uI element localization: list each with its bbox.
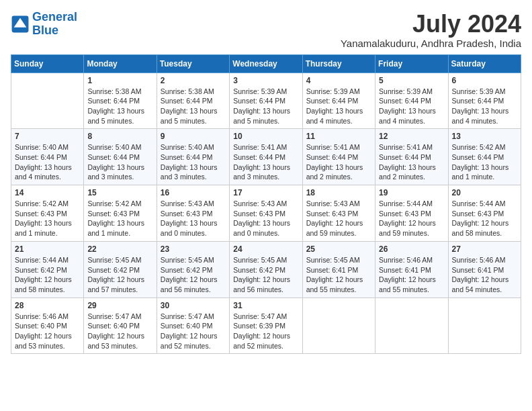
day-number: 24: [233, 244, 298, 254]
calendar-cell: 1Sunrise: 5:38 AM Sunset: 6:44 PM Daylig…: [84, 73, 157, 129]
day-info: Sunrise: 5:44 AM Sunset: 6:43 PM Dayligh…: [379, 199, 444, 238]
day-info: Sunrise: 5:47 AM Sunset: 6:40 PM Dayligh…: [161, 312, 226, 351]
day-number: 27: [452, 244, 517, 254]
day-number: 11: [306, 132, 371, 141]
month-title: July 2024: [341, 11, 521, 38]
calendar-cell: [11, 73, 84, 129]
logo-icon: [11, 15, 30, 34]
column-header-tuesday: Tuesday: [157, 54, 229, 73]
day-info: Sunrise: 5:38 AM Sunset: 6:44 PM Dayligh…: [87, 87, 152, 126]
day-number: 8: [87, 132, 152, 141]
column-header-friday: Friday: [375, 54, 448, 73]
day-number: 9: [161, 132, 226, 141]
day-info: Sunrise: 5:38 AM Sunset: 6:44 PM Dayligh…: [161, 87, 226, 126]
calendar-cell: 14Sunrise: 5:42 AM Sunset: 6:43 PM Dayli…: [11, 185, 84, 242]
calendar-cell: 2Sunrise: 5:38 AM Sunset: 6:44 PM Daylig…: [157, 73, 229, 129]
day-number: 20: [452, 188, 517, 197]
calendar-cell: 15Sunrise: 5:42 AM Sunset: 6:43 PM Dayli…: [84, 185, 157, 242]
day-info: Sunrise: 5:45 AM Sunset: 6:41 PM Dayligh…: [306, 255, 371, 295]
calendar-cell: 31Sunrise: 5:47 AM Sunset: 6:39 PM Dayli…: [230, 298, 302, 354]
day-info: Sunrise: 5:40 AM Sunset: 6:44 PM Dayligh…: [161, 142, 226, 182]
day-info: Sunrise: 5:46 AM Sunset: 6:41 PM Dayligh…: [452, 255, 517, 295]
day-info: Sunrise: 5:40 AM Sunset: 6:44 PM Dayligh…: [15, 142, 80, 182]
calendar-week-row: 21Sunrise: 5:44 AM Sunset: 6:42 PM Dayli…: [11, 241, 521, 298]
calendar-cell: 3Sunrise: 5:39 AM Sunset: 6:44 PM Daylig…: [230, 73, 302, 129]
day-info: Sunrise: 5:43 AM Sunset: 6:43 PM Dayligh…: [161, 199, 226, 238]
day-number: 5: [379, 76, 444, 85]
day-number: 18: [306, 188, 371, 197]
location-title: Yanamalakuduru, Andhra Pradesh, India: [341, 38, 521, 49]
calendar-cell: 10Sunrise: 5:41 AM Sunset: 6:44 PM Dayli…: [230, 129, 302, 185]
day-info: Sunrise: 5:41 AM Sunset: 6:44 PM Dayligh…: [306, 142, 371, 182]
column-header-wednesday: Wednesday: [230, 54, 302, 73]
day-number: 22: [87, 244, 152, 254]
calendar-cell: [448, 298, 521, 354]
calendar-cell: 30Sunrise: 5:47 AM Sunset: 6:40 PM Dayli…: [157, 298, 229, 354]
day-number: 17: [233, 188, 298, 197]
calendar-cell: 25Sunrise: 5:45 AM Sunset: 6:41 PM Dayli…: [302, 241, 375, 298]
calendar-header-row: SundayMondayTuesdayWednesdayThursdayFrid…: [11, 54, 521, 73]
calendar-cell: 8Sunrise: 5:40 AM Sunset: 6:44 PM Daylig…: [84, 129, 157, 185]
calendar-cell: 7Sunrise: 5:40 AM Sunset: 6:44 PM Daylig…: [11, 129, 84, 185]
day-number: 15: [87, 188, 152, 197]
calendar-cell: 26Sunrise: 5:46 AM Sunset: 6:41 PM Dayli…: [375, 241, 448, 298]
day-number: 12: [379, 132, 444, 141]
day-info: Sunrise: 5:41 AM Sunset: 6:44 PM Dayligh…: [379, 142, 444, 182]
day-number: 31: [233, 301, 298, 310]
day-info: Sunrise: 5:41 AM Sunset: 6:44 PM Dayligh…: [233, 142, 298, 182]
column-header-saturday: Saturday: [448, 54, 521, 73]
calendar-cell: 19Sunrise: 5:44 AM Sunset: 6:43 PM Dayli…: [375, 185, 448, 242]
calendar-table: SundayMondayTuesdayWednesdayThursdayFrid…: [11, 54, 521, 355]
day-number: 16: [161, 188, 226, 197]
day-number: 1: [87, 76, 152, 85]
day-number: 2: [161, 76, 226, 85]
day-info: Sunrise: 5:39 AM Sunset: 6:44 PM Dayligh…: [452, 87, 517, 126]
logo-line2: Blue: [32, 24, 58, 37]
day-info: Sunrise: 5:45 AM Sunset: 6:42 PM Dayligh…: [233, 255, 298, 295]
calendar-cell: 12Sunrise: 5:41 AM Sunset: 6:44 PM Dayli…: [375, 129, 448, 185]
calendar-cell: 16Sunrise: 5:43 AM Sunset: 6:43 PM Dayli…: [157, 185, 229, 242]
day-number: 4: [306, 76, 371, 85]
calendar-cell: [375, 298, 448, 354]
calendar-cell: 27Sunrise: 5:46 AM Sunset: 6:41 PM Dayli…: [448, 241, 521, 298]
day-info: Sunrise: 5:46 AM Sunset: 6:41 PM Dayligh…: [379, 255, 444, 295]
calendar-cell: 29Sunrise: 5:47 AM Sunset: 6:40 PM Dayli…: [84, 298, 157, 354]
logo-line1: General: [32, 10, 77, 24]
day-info: Sunrise: 5:40 AM Sunset: 6:44 PM Dayligh…: [87, 142, 152, 182]
calendar-cell: 23Sunrise: 5:45 AM Sunset: 6:42 PM Dayli…: [157, 241, 229, 298]
column-header-sunday: Sunday: [11, 54, 84, 73]
day-number: 26: [379, 244, 444, 254]
day-number: 25: [306, 244, 371, 254]
page-header: General Blue July 2024 Yanamalakuduru, A…: [11, 11, 521, 49]
column-header-thursday: Thursday: [302, 54, 375, 73]
calendar-cell: 11Sunrise: 5:41 AM Sunset: 6:44 PM Dayli…: [302, 129, 375, 185]
calendar-cell: 20Sunrise: 5:44 AM Sunset: 6:43 PM Dayli…: [448, 185, 521, 242]
day-info: Sunrise: 5:42 AM Sunset: 6:44 PM Dayligh…: [452, 142, 517, 182]
day-number: 21: [15, 244, 80, 254]
day-info: Sunrise: 5:44 AM Sunset: 6:42 PM Dayligh…: [15, 255, 80, 295]
calendar-cell: 24Sunrise: 5:45 AM Sunset: 6:42 PM Dayli…: [230, 241, 302, 298]
day-info: Sunrise: 5:47 AM Sunset: 6:40 PM Dayligh…: [87, 312, 152, 351]
calendar-cell: 22Sunrise: 5:45 AM Sunset: 6:42 PM Dayli…: [84, 241, 157, 298]
day-number: 6: [452, 76, 517, 85]
calendar-cell: [302, 298, 375, 354]
day-number: 7: [15, 132, 80, 141]
calendar-cell: 13Sunrise: 5:42 AM Sunset: 6:44 PM Dayli…: [448, 129, 521, 185]
day-number: 10: [233, 132, 298, 141]
day-info: Sunrise: 5:46 AM Sunset: 6:40 PM Dayligh…: [15, 312, 80, 351]
day-info: Sunrise: 5:39 AM Sunset: 6:44 PM Dayligh…: [233, 87, 298, 126]
calendar-week-row: 14Sunrise: 5:42 AM Sunset: 6:43 PM Dayli…: [11, 185, 521, 242]
day-info: Sunrise: 5:39 AM Sunset: 6:44 PM Dayligh…: [306, 87, 371, 126]
calendar-week-row: 7Sunrise: 5:40 AM Sunset: 6:44 PM Daylig…: [11, 129, 521, 185]
day-number: 3: [233, 76, 298, 85]
day-info: Sunrise: 5:45 AM Sunset: 6:42 PM Dayligh…: [87, 255, 152, 295]
day-number: 14: [15, 188, 80, 197]
calendar-cell: 6Sunrise: 5:39 AM Sunset: 6:44 PM Daylig…: [448, 73, 521, 129]
calendar-week-row: 28Sunrise: 5:46 AM Sunset: 6:40 PM Dayli…: [11, 298, 521, 354]
calendar-cell: 18Sunrise: 5:43 AM Sunset: 6:43 PM Dayli…: [302, 185, 375, 242]
calendar-week-row: 1Sunrise: 5:38 AM Sunset: 6:44 PM Daylig…: [11, 73, 521, 129]
day-info: Sunrise: 5:43 AM Sunset: 6:43 PM Dayligh…: [233, 199, 298, 238]
day-info: Sunrise: 5:47 AM Sunset: 6:39 PM Dayligh…: [233, 312, 298, 351]
title-block: July 2024 Yanamalakuduru, Andhra Pradesh…: [341, 11, 521, 49]
day-info: Sunrise: 5:44 AM Sunset: 6:43 PM Dayligh…: [452, 199, 517, 238]
